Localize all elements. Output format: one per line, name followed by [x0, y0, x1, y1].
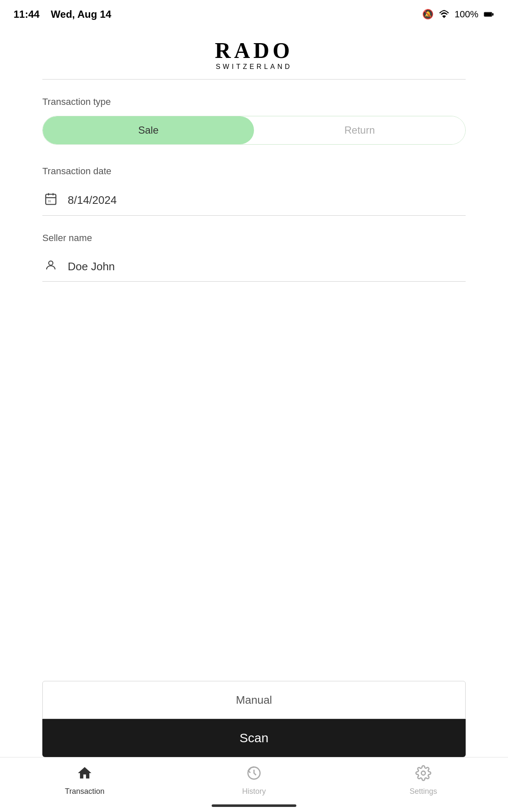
sale-option[interactable]: Sale: [43, 116, 254, 144]
logo-subtitle: SWITZERLAND: [215, 63, 293, 71]
svg-rect-3: [484, 13, 491, 16]
scan-button[interactable]: Scan: [42, 719, 466, 757]
scan-label: Scan: [240, 731, 268, 745]
nav-history[interactable]: History: [169, 765, 339, 796]
nav-transaction[interactable]: Transaction: [0, 765, 169, 796]
seller-name-input-row[interactable]: Doe John: [42, 252, 466, 282]
transaction-type-label: Transaction type: [42, 96, 466, 107]
seller-name-section: Seller name Doe John: [42, 233, 466, 282]
seller-name-label: Seller name: [42, 233, 466, 244]
person-icon: [42, 259, 59, 274]
main-content: Transaction type Sale Return Transaction…: [0, 80, 508, 315]
bottom-nav: Transaction History Settings: [0, 757, 508, 812]
history-icon: [246, 765, 262, 785]
calendar-icon: 31: [42, 192, 59, 208]
wifi-icon: [439, 9, 450, 20]
home-icon: [77, 765, 93, 785]
seller-name-value: Doe John: [68, 260, 115, 273]
transaction-type-toggle[interactable]: Sale Return: [42, 116, 466, 145]
nav-transaction-label: Transaction: [65, 787, 104, 796]
return-option[interactable]: Return: [254, 116, 465, 144]
svg-point-11: [421, 771, 425, 775]
bottom-actions: Manual Scan: [0, 681, 508, 757]
status-bar: 11:44 Wed, Aug 14 🔕 100%: [0, 0, 508, 25]
battery-icon: [483, 9, 494, 20]
status-time: 11:44: [14, 8, 39, 20]
transaction-date-section: Transaction date 31 8/14/2024: [42, 166, 466, 216]
transaction-type-section: Transaction type Sale Return: [42, 96, 466, 145]
manual-label: Manual: [236, 694, 272, 707]
mute-icon: 🔕: [422, 9, 433, 20]
bottom-home-indicator: [212, 804, 296, 807]
gear-icon: [415, 765, 431, 785]
logo-container: RADO SWITZERLAND: [215, 38, 293, 71]
transaction-date-input-row[interactable]: 31 8/14/2024: [42, 185, 466, 216]
status-time-date: 11:44 Wed, Aug 14: [14, 8, 111, 20]
status-date: Wed, Aug 14: [51, 8, 111, 20]
nav-settings[interactable]: Settings: [339, 765, 508, 796]
svg-point-9: [49, 261, 53, 265]
nav-settings-label: Settings: [409, 787, 437, 796]
manual-button[interactable]: Manual: [42, 681, 466, 719]
status-icons: 🔕 100%: [422, 9, 494, 20]
logo-brand: RADO: [215, 38, 293, 63]
svg-rect-1: [492, 13, 494, 15]
transaction-date-label: Transaction date: [42, 166, 466, 177]
return-label: Return: [344, 124, 375, 136]
transaction-date-value: 8/14/2024: [68, 194, 117, 207]
app-header: RADO SWITZERLAND: [0, 25, 508, 79]
nav-history-label: History: [242, 787, 266, 796]
battery-indicator: 100%: [455, 9, 478, 20]
svg-text:31: 31: [48, 200, 51, 203]
sale-label: Sale: [138, 124, 158, 136]
